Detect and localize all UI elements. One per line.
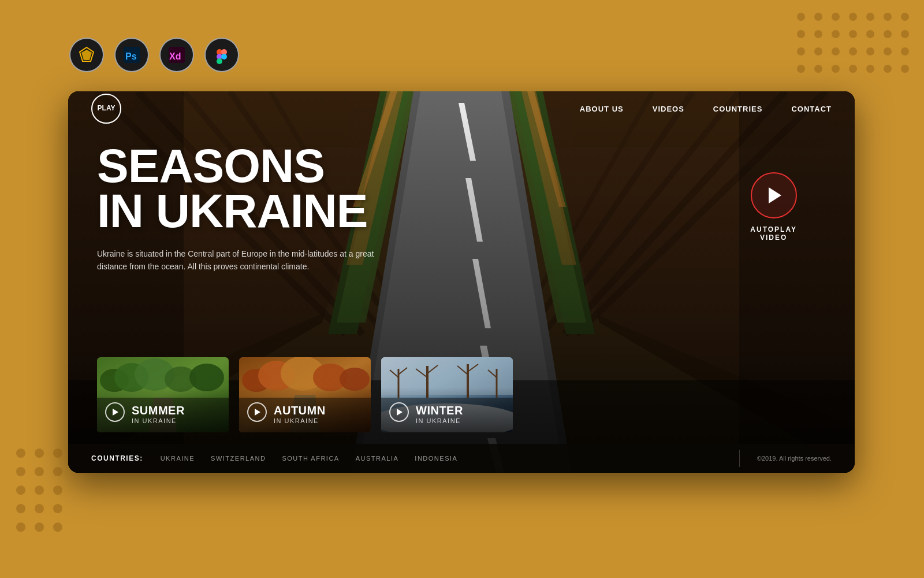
season-card-summer[interactable]: SUMMER IN UKRAINE — [97, 357, 229, 432]
card-season-winter: WINTER — [416, 405, 463, 416]
footer-country-south-africa[interactable]: SOUTH AFRICA — [282, 455, 339, 462]
svg-rect-45 — [739, 91, 855, 473]
browser-window: PL AY ABOUT US VIDEOS COUNTRIES CONTACT … — [68, 91, 855, 473]
footer-divider — [739, 450, 740, 467]
tool-icons-container: Ps Xd — [69, 38, 239, 72]
svg-marker-1 — [81, 50, 92, 60]
nav-link-about[interactable]: ABOUT US — [580, 105, 624, 113]
navigation: PL AY ABOUT US VIDEOS COUNTRIES CONTACT — [68, 91, 855, 126]
card-season-summer: SUMMER — [132, 405, 185, 416]
card-overlay-summer: SUMMER IN UKRAINE — [97, 357, 229, 432]
footer-countries-label: COUNTRIES: — [91, 454, 143, 462]
hero-content: SEASONS IN UKRAINE Ukraine is situated i… — [97, 143, 374, 273]
season-card-winter[interactable]: WINTER IN UKRAINE — [381, 357, 513, 432]
footer-country-australia[interactable]: AUSTRALIA — [356, 455, 399, 462]
card-sub-winter: IN UKRAINE — [416, 417, 463, 424]
figma-icon[interactable] — [204, 38, 239, 72]
card-sub-summer: IN UKRAINE — [132, 417, 185, 424]
footer: COUNTRIES: UKRAINE SWITZERLAND SOUTH AFR… — [68, 444, 855, 473]
hero-title: SEASONS IN UKRAINE — [97, 143, 374, 234]
hero-description: Ukraine is situated in the Central part … — [97, 247, 374, 273]
svg-point-10 — [217, 58, 222, 64]
card-play-autumn — [247, 402, 267, 422]
footer-country-links: UKRAINE SWITZERLAND SOUTH AFRICA AUSTRAL… — [161, 455, 722, 462]
card-play-summer — [105, 402, 125, 422]
card-sub-autumn: IN UKRAINE — [274, 417, 326, 424]
autoplay-button[interactable]: AUTOPLAY VIDEO — [750, 172, 797, 242]
xd-icon[interactable]: Xd — [159, 38, 194, 72]
footer-country-switzerland[interactable]: SWITZERLAND — [211, 455, 266, 462]
season-cards: SUMMER IN UKRAINE — [97, 357, 513, 432]
sketch-icon[interactable] — [69, 38, 104, 72]
footer-copyright: ©2019. All rights reserved. — [757, 455, 832, 462]
dots-decoration-top-right — [797, 13, 909, 73]
play-icon — [769, 187, 781, 203]
nav-link-countries[interactable]: COUNTRIES — [713, 105, 763, 113]
footer-country-indonesia[interactable]: INDONESIA — [415, 455, 457, 462]
autoplay-label: AUTOPLAY VIDEO — [750, 225, 797, 242]
footer-country-ukraine[interactable]: UKRAINE — [161, 455, 195, 462]
card-overlay-autumn: AUTUMN IN UKRAINE — [239, 357, 371, 432]
nav-link-videos[interactable]: VIDEOS — [653, 105, 684, 113]
season-card-autumn[interactable]: AUTUMN IN UKRAINE — [239, 357, 371, 432]
photoshop-icon[interactable]: Ps — [114, 38, 149, 72]
card-overlay-winter: WINTER IN UKRAINE — [381, 357, 513, 432]
svg-text:Xd: Xd — [169, 51, 181, 61]
svg-point-11 — [221, 54, 227, 60]
autoplay-circle — [751, 172, 797, 218]
svg-text:Ps: Ps — [125, 51, 137, 61]
dots-decoration-bottom-left — [16, 449, 62, 532]
nav-logo[interactable]: PL AY — [91, 94, 121, 124]
nav-link-contact[interactable]: CONTACT — [791, 105, 832, 113]
nav-links: ABOUT US VIDEOS COUNTRIES CONTACT — [580, 105, 832, 113]
card-play-winter — [389, 402, 409, 422]
card-season-autumn: AUTUMN — [274, 405, 326, 416]
